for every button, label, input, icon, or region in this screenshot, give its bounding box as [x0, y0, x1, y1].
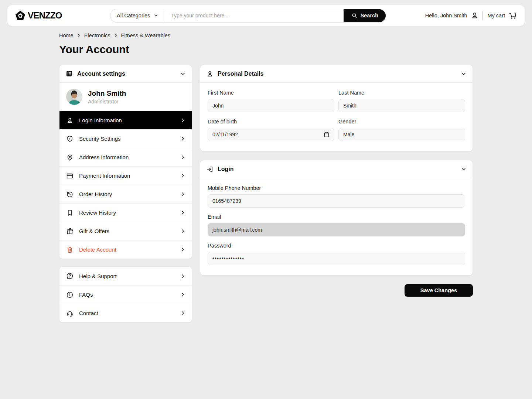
sidebar-item-label: Contact: [79, 310, 98, 316]
search-input[interactable]: [165, 9, 343, 22]
sidebar-item-review-history[interactable]: Review History: [59, 203, 192, 222]
account-settings-header[interactable]: Account settings: [59, 65, 192, 83]
personal-details-panel: Personal Details First Name Last Name: [200, 65, 473, 151]
account-icon[interactable]: [471, 11, 479, 20]
chevron-down-icon: [180, 71, 186, 77]
last-name-input[interactable]: [338, 99, 465, 112]
breadcrumb-home[interactable]: Home: [59, 33, 74, 38]
support-card: Help & Support FAQs: [59, 266, 192, 323]
calendar-icon: [323, 131, 330, 138]
date-of-birth-field: Date of birth: [208, 119, 334, 141]
chevron-right-icon: [180, 247, 185, 252]
header-divider: [482, 11, 483, 20]
headset-icon: [66, 310, 74, 317]
password-input[interactable]: [208, 252, 465, 265]
account-settings-card: Account settings: [59, 65, 192, 259]
mobile-field: Mobile Phone Number: [208, 185, 465, 208]
sidebar-item-label: Help & Support: [79, 273, 117, 279]
gender-field: Gender: [338, 119, 465, 141]
breadcrumb-fitness-wearables[interactable]: Fitness & Wearables: [121, 33, 171, 38]
location-pin-icon: [66, 154, 74, 161]
sidebar-item-faqs[interactable]: FAQs: [59, 285, 192, 304]
list-icon: [65, 70, 73, 78]
person-icon: [206, 70, 214, 78]
login-panel: Login Mobile Phone Number Email: [200, 160, 473, 276]
mobile-label: Mobile Phone Number: [208, 185, 465, 191]
sidebar-item-contact[interactable]: Contact: [59, 304, 192, 322]
profile-role: Administrator: [88, 99, 126, 105]
email-input: [208, 223, 465, 236]
first-name-label: First Name: [208, 90, 334, 96]
cart-label: My cart: [487, 13, 505, 18]
save-changes-button[interactable]: Save Changes: [405, 284, 473, 297]
trash-icon: [66, 246, 74, 253]
chevron-right-icon: [180, 210, 185, 215]
chevron-right-icon: [180, 273, 185, 279]
sidebar-item-label: FAQs: [79, 291, 93, 298]
bookmark-icon: [66, 209, 74, 216]
sidebar-item-label: Payment Information: [79, 173, 130, 179]
first-name-field: First Name: [208, 90, 334, 112]
top-header: VENZZO All Categories Search Hello, John…: [7, 5, 525, 26]
sidebar-item-login-information[interactable]: Login Information: [59, 111, 192, 129]
cart-icon: [509, 11, 517, 20]
login-header[interactable]: Login: [200, 160, 473, 178]
login-icon: [206, 166, 214, 173]
search-bar: All Categories Search: [110, 9, 386, 23]
sidebar-item-help-support[interactable]: Help & Support: [59, 267, 192, 285]
person-icon: [66, 117, 74, 124]
personal-details-header[interactable]: Personal Details: [200, 65, 473, 83]
chevron-down-icon: [153, 13, 158, 18]
gender-input[interactable]: [338, 128, 465, 141]
gift-icon: [66, 228, 74, 235]
personal-details-title: Personal Details: [218, 71, 264, 77]
sidebar-item-label: Delete Account: [79, 246, 116, 253]
sidebar-item-security-settings[interactable]: Security Settings: [59, 129, 192, 148]
info-icon: [66, 291, 74, 299]
sidebar-item-label: Gift & Offers: [79, 228, 109, 234]
chevron-right-icon: [114, 34, 118, 38]
sidebar-item-label: Address Information: [79, 154, 129, 160]
chevron-right-icon: [180, 173, 185, 178]
shield-icon: [66, 135, 74, 143]
chevron-down-icon: [461, 71, 467, 77]
search-button-label: Search: [361, 13, 378, 18]
chevron-right-icon: [180, 154, 185, 160]
header-right: Hello, John Smith My cart: [425, 11, 517, 20]
chevron-right-icon: [180, 310, 185, 316]
account-greeting[interactable]: Hello, John Smith: [425, 13, 467, 18]
first-name-input[interactable]: [208, 99, 334, 112]
search-button[interactable]: Search: [344, 9, 386, 23]
chevron-right-icon: [180, 292, 185, 297]
sidebar-item-order-history[interactable]: Order History: [59, 185, 192, 203]
chevron-right-icon: [180, 117, 185, 123]
page-content: Home Electronics Fitness & Wearables You…: [59, 33, 473, 323]
password-field: Password: [208, 243, 465, 265]
account-settings-title: Account settings: [77, 71, 125, 77]
profile-text: John Smith Administrator: [88, 89, 126, 105]
sidebar-item-label: Order History: [79, 191, 112, 197]
last-name-label: Last Name: [338, 90, 465, 96]
categories-dropdown[interactable]: All Categories: [110, 9, 165, 22]
chevron-down-icon: [461, 166, 467, 172]
history-icon: [66, 191, 74, 198]
login-title: Login: [218, 166, 234, 173]
mobile-input[interactable]: [208, 194, 465, 208]
sidebar-item-delete-account[interactable]: Delete Account: [59, 240, 192, 259]
chevron-right-icon: [180, 228, 185, 234]
brand-logo[interactable]: VENZZO: [15, 10, 110, 21]
search-icon: [351, 13, 357, 18]
sidebar-item-gift-offers[interactable]: Gift & Offers: [59, 222, 192, 240]
credit-card-icon: [66, 172, 74, 180]
avatar: [66, 89, 82, 105]
sidebar-item-address-information[interactable]: Address Information: [59, 148, 192, 166]
date-of-birth-input[interactable]: [208, 128, 334, 141]
sidebar-item-payment-information[interactable]: Payment Information: [59, 166, 192, 185]
breadcrumb-electronics[interactable]: Electronics: [84, 33, 110, 38]
calendar-button[interactable]: [321, 129, 332, 140]
breadcrumb: Home Electronics Fitness & Wearables: [59, 33, 473, 38]
categories-label: All Categories: [117, 13, 150, 18]
cart-button[interactable]: My cart: [487, 11, 517, 20]
account-main: Personal Details First Name Last Name: [200, 65, 473, 297]
gender-label: Gender: [338, 119, 465, 125]
